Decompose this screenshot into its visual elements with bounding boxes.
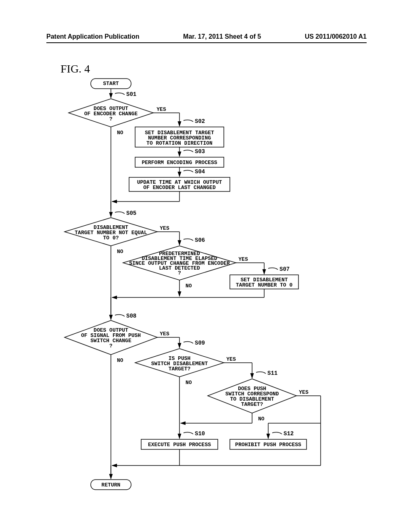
header-left: Patent Application Publication — [46, 33, 140, 40]
step-s11: S11 — [267, 370, 277, 376]
svg-text:NO: NO — [117, 357, 123, 364]
svg-text:NO: NO — [117, 249, 123, 255]
step-s04: S04 — [195, 168, 205, 175]
svg-text:YES: YES — [226, 356, 236, 362]
step-s07: S07 — [280, 266, 290, 272]
step-s09: S09 — [195, 340, 205, 346]
svg-text:YES: YES — [160, 225, 169, 231]
svg-text:TARGET NUMBER TO 0: TARGET NUMBER TO 0 — [236, 282, 293, 288]
svg-text:EXECUTE PUSH PROCESS: EXECUTE PUSH PROCESS — [148, 442, 211, 448]
header-divider — [46, 42, 367, 43]
svg-text:TO 0?: TO 0? — [103, 235, 119, 241]
svg-text:?: ? — [109, 343, 113, 349]
step-s06: S06 — [195, 237, 205, 243]
svg-text:PROHIBIT PUSH PROCESS: PROHIBIT PUSH PROCESS — [235, 442, 301, 448]
svg-text:YES: YES — [160, 331, 169, 337]
svg-text:PERFORM ENCODING PROCESS: PERFORM ENCODING PROCESS — [142, 160, 217, 166]
svg-text:YES: YES — [238, 256, 248, 262]
svg-text:OF ENCODER LAST CHANGED: OF ENCODER LAST CHANGED — [143, 185, 216, 191]
step-s12: S12 — [284, 430, 294, 437]
flowchart-diagram: START S01 DOES OUTPUT OF ENCODER CHANGE … — [46, 77, 367, 508]
svg-text:?: ? — [109, 116, 113, 122]
step-s02: S02 — [195, 118, 205, 125]
svg-text:NO: NO — [186, 380, 192, 386]
figure-label: FIG. 4 — [60, 62, 90, 75]
step-s10: S10 — [195, 430, 205, 437]
svg-text:TARGET?: TARGET? — [169, 366, 191, 372]
step-s01: S01 — [126, 91, 136, 98]
return-label: RETURN — [102, 482, 121, 488]
svg-text:?: ? — [178, 270, 181, 276]
step-s08: S08 — [126, 313, 136, 319]
svg-text:NO: NO — [258, 416, 265, 422]
step-s05: S05 — [126, 210, 136, 216]
svg-text:NO: NO — [117, 130, 123, 136]
step-s03: S03 — [195, 148, 205, 155]
svg-text:YES: YES — [156, 106, 166, 112]
header-right: US 2011/0062010 A1 — [305, 33, 367, 40]
start-label: START — [103, 81, 119, 87]
svg-text:YES: YES — [299, 389, 309, 395]
header-center: Mar. 17, 2011 Sheet 4 of 5 — [183, 33, 261, 40]
svg-text:NO: NO — [186, 283, 192, 289]
svg-text:TARGET?: TARGET? — [241, 401, 263, 407]
svg-text:TO ROTATION DIRECTION: TO ROTATION DIRECTION — [146, 140, 213, 146]
